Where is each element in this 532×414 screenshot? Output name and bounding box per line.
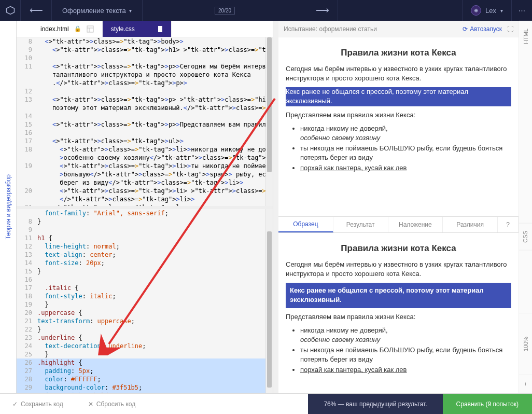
svg-marker-0 [6, 7, 14, 15]
article-highlight: Кекс ранее не общался с прессой, поэтому… [286, 87, 511, 106]
tab-diff[interactable]: Различия [443, 217, 498, 232]
preview-title: Испытание: оформление статьи [284, 25, 377, 33]
check-icon: ✓ [12, 401, 18, 408]
svg-rect-1 [87, 26, 93, 32]
editor-panel: index.html 🔒 style.css 8 <>"tk-attr">>cl… [17, 21, 273, 393]
file-tabs: index.html 🔒 style.css [17, 21, 273, 37]
compare-button[interactable]: Сравнить (9 попыток) [443, 394, 532, 414]
tab-label: style.css [111, 25, 135, 33]
progress-counter: 20/20 [215, 7, 235, 15]
lesson-title[interactable]: Оформление текста ▾ [52, 0, 143, 21]
layout-icon [156, 25, 163, 33]
tab-sample[interactable]: Образец [278, 217, 333, 232]
result-tabs: Образец Результат Наложение Различия ? [278, 216, 519, 233]
sample-preview: Правила жизни кота Кекса Сегодня мы берё… [278, 233, 519, 393]
vtab-minus[interactable]: − [519, 375, 532, 393]
list-item: никогда никому не доверяй,особенно своем… [300, 326, 511, 344]
lock-icon: 🔒 [74, 25, 81, 32]
scrollbar[interactable] [265, 209, 273, 393]
css-code-block[interactable]: font-family: "Arial", sans-serif;8}911h1… [17, 209, 273, 393]
theory-label: Теория и видеоразбор [5, 169, 12, 244]
svg-rect-5 [156, 26, 158, 32]
nav-next-button[interactable]: ⟶ [307, 0, 338, 21]
article-lead: Представляем вам правила жизни Кекса: [286, 312, 511, 322]
tab-index-html[interactable]: index.html 🔒 [32, 21, 103, 37]
logo-icon[interactable] [0, 0, 21, 21]
live-preview: Правила жизни кота Кекса Сегодня мы берё… [278, 37, 519, 216]
expand-icon[interactable]: ⛶ [507, 25, 513, 33]
preview-panel: Испытание: оформление статьи ⟳ Автозапус… [273, 21, 532, 393]
vtab-pct[interactable]: 100% [519, 313, 532, 375]
preview-header: Испытание: оформление статьи ⟳ Автозапус… [278, 21, 519, 37]
topbar: ⟵ Оформление текста ▾ 20/20 ⟶ ✺ Lex ▾ ⋯ [0, 0, 532, 21]
list-item: порхай как пантера, кусай как лев [300, 365, 511, 375]
article-title: Правила жизни кота Кекса [286, 47, 511, 59]
chevron-down-icon: ▾ [129, 8, 132, 13]
refresh-icon: ⟳ [463, 25, 468, 33]
save-button[interactable]: ✓ Сохранить код [0, 394, 76, 414]
layout-icon [87, 25, 94, 33]
article-highlight: Кекс ранее не общался с прессой, поэтому… [286, 283, 511, 308]
theory-sidebar[interactable]: Теория и видеоразбор [0, 21, 17, 393]
avatar-icon: ✺ [471, 5, 481, 16]
scrollbar[interactable] [265, 37, 273, 206]
user-menu[interactable]: ✺ Lex ▾ [462, 0, 511, 21]
article-intro: Сегодня мы берём интервью у известного в… [286, 64, 511, 83]
main: Теория и видеоразбор index.html 🔒 style.… [0, 21, 532, 393]
vtab-css[interactable]: CSS [519, 223, 532, 251]
tab-overlay[interactable]: Наложение [388, 217, 443, 232]
tab-help[interactable]: ? [498, 217, 519, 232]
article-list: никогда никому не доверяй,особенно своем… [286, 124, 511, 173]
reset-button[interactable]: ✕ Сбросить код [76, 394, 148, 414]
tab-style-css[interactable]: style.css [103, 21, 172, 37]
close-icon: ✕ [88, 401, 93, 408]
right-mini-tabs: HTML 100% − CSS [519, 21, 532, 393]
score-label: 76% — ваш предыдущий результат. [308, 394, 442, 414]
chevron-down-icon: ▾ [500, 8, 503, 13]
article-list: никогда никому не доверяй,особенно своем… [286, 326, 511, 375]
tab-result[interactable]: Результат [333, 217, 388, 232]
article-intro: Сегодня мы берём интервью у известного в… [286, 260, 511, 279]
footer: ✓ Сохранить код ✕ Сбросить код 76% — ваш… [0, 393, 532, 414]
vtab-html[interactable]: HTML [519, 21, 532, 51]
article-lead: Представляем вам правила жизни Кекса: [286, 111, 511, 120]
panel-divider-v[interactable] [273, 21, 278, 393]
lesson-title-text: Оформление текста [62, 7, 126, 15]
tab-label: index.html [40, 25, 69, 33]
user-name: Lex [485, 7, 496, 15]
article-title: Правила жизни кота Кекса [286, 242, 511, 255]
nav-prev-button[interactable]: ⟵ [21, 0, 52, 21]
html-code-block[interactable]: 8 <>"tk-attr">>class>=>"tk-tag">>body>>9… [17, 37, 273, 206]
autorun-toggle[interactable]: ⟳ Автозапуск [463, 25, 502, 33]
list-item: ты никогда не поймаешь БОЛЬШУЮ рыбу, есл… [300, 144, 511, 162]
list-item: ты никогда не поймаешь БОЛЬШУЮ рыбу, есл… [300, 346, 511, 364]
list-item: никогда никому не доверяй,особенно своем… [300, 124, 511, 143]
more-button[interactable]: ⋯ [511, 0, 532, 21]
list-item: порхай как пантера, кусай как лев [300, 163, 511, 173]
code-area: 8 <>"tk-attr">>class>=>"tk-tag">>body>>9… [17, 37, 273, 393]
